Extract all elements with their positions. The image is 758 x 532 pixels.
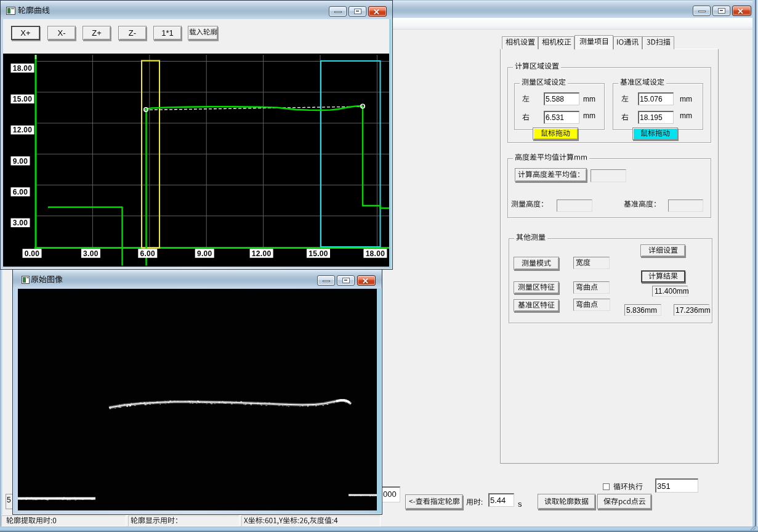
svg-text:18.00: 18.00 [366, 249, 385, 258]
svg-text:15.00: 15.00 [308, 249, 328, 258]
svg-text:18.00: 18.00 [13, 64, 33, 73]
svg-text:12.00: 12.00 [252, 249, 272, 258]
svg-text:0.00: 0.00 [25, 249, 40, 258]
svg-text:3.00: 3.00 [13, 219, 28, 227]
svg-text:15.00: 15.00 [13, 95, 33, 103]
svg-text:9.00: 9.00 [13, 157, 28, 166]
svg-text:12.00: 12.00 [13, 126, 33, 134]
svg-text:6.00: 6.00 [140, 249, 156, 258]
svg-text:9.00: 9.00 [197, 249, 212, 258]
svg-text:6.00: 6.00 [13, 188, 28, 196]
svg-text:3.00: 3.00 [83, 249, 99, 258]
